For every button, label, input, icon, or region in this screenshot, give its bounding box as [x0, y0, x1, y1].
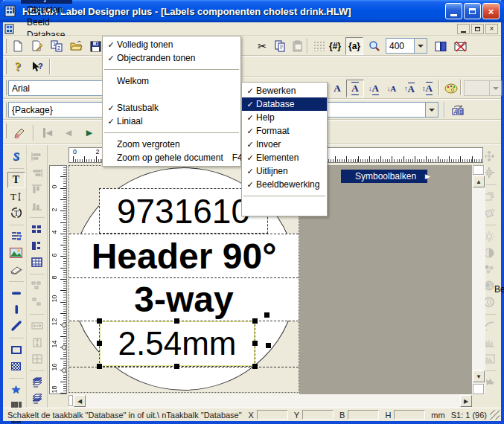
align-top-icon [31, 184, 42, 194]
circular-text-tool[interactable]: T [7, 205, 25, 221]
scroll-right-button[interactable]: ▶ [460, 395, 472, 407]
menu-item[interactable] [104, 65, 239, 70]
submenu-item[interactable]: ✓ Uitlijnen [242, 164, 327, 178]
open-button[interactable] [67, 37, 85, 55]
help-button[interactable]: ? [9, 58, 27, 76]
edit-record-button[interactable] [10, 123, 28, 141]
text-tool[interactable]: T [7, 172, 25, 188]
cut-button[interactable]: ✂ [253, 37, 271, 55]
dropdown-button[interactable] [414, 39, 427, 53]
selection-handle[interactable] [174, 364, 179, 369]
menu-item[interactable]: Welkom [103, 74, 240, 88]
toolbar-grip[interactable] [4, 103, 7, 118]
insert-text-field-button[interactable]: {a} [345, 37, 363, 55]
scrollbar-split-box[interactable] [473, 165, 484, 175]
filled-rectangle-tool[interactable] [7, 358, 25, 374]
mdi-close-button[interactable]: × [485, 24, 498, 34]
mdi-restore-button[interactable] [471, 24, 484, 34]
copy-button[interactable] [271, 37, 289, 55]
text-fit-height-button[interactable]: ↕A [418, 80, 436, 97]
close-button[interactable]: × [482, 3, 500, 19]
text-shrink-button[interactable]: ↓A [365, 80, 383, 97]
toolbar-grip[interactable] [4, 123, 7, 138]
rotate-text-ab-button[interactable]: AB [449, 100, 467, 118]
distribute-vertical-button[interactable] [28, 237, 46, 254]
selection-handle[interactable] [97, 364, 102, 369]
send-to-back-button[interactable] [28, 391, 46, 407]
submenu-item[interactable]: ✓ Beeldbewerking [242, 178, 327, 191]
remove-field-button[interactable] [451, 37, 469, 55]
record-next-button[interactable]: ▶ [80, 123, 98, 141]
eraser-tool[interactable] [7, 261, 25, 277]
vertical-line-tool[interactable] [7, 301, 25, 318]
text-grow-button[interactable]: ↑A [401, 80, 418, 97]
diagonal-line-tool[interactable] [7, 318, 25, 334]
label-text-header[interactable]: Header 90° [69, 236, 299, 276]
menu-item[interactable]: Objecten [21, 4, 72, 16]
zoom-level-combobox[interactable]: 400 [386, 38, 427, 54]
scroll-left-button[interactable]: ◀ [74, 395, 86, 407]
color-palette-button[interactable] [442, 80, 460, 97]
submenu-item[interactable]: ✓ Invoer [242, 138, 327, 151]
insert-number-field-button[interactable]: {#} [326, 37, 344, 55]
submenu-item[interactable]: ✓ Elementen [242, 151, 327, 164]
text-shrink-step-button[interactable]: ↓A [383, 80, 401, 97]
new-document-button[interactable] [9, 37, 27, 55]
text-valign-center-button[interactable]: A [346, 80, 364, 97]
menu-item[interactable] [104, 128, 239, 133]
scroll-down-button[interactable]: ▼ [473, 370, 485, 382]
zoom-button[interactable] [366, 37, 383, 55]
selection-handle[interactable] [264, 312, 269, 318]
rectangle-tool[interactable] [7, 341, 25, 358]
selection-s-tool[interactable]: S [7, 148, 25, 164]
selection-handle[interactable] [252, 364, 258, 369]
selection-handle[interactable] [266, 343, 271, 348]
selection-handle[interactable] [97, 318, 102, 324]
menu-item[interactable]: ✓ Liniaal [103, 115, 240, 128]
toolbar-grip[interactable] [4, 39, 7, 54]
menu-item[interactable]: Symboolbalken ▶ [341, 170, 427, 183]
dropdown-button[interactable] [425, 103, 438, 117]
selection-handle[interactable] [252, 341, 258, 346]
distribute-cells-button[interactable] [28, 221, 46, 237]
minimize-button[interactable] [445, 3, 462, 19]
submenu-item[interactable]: ✓ Formaat [242, 124, 327, 138]
copy-pages-button[interactable]: 12 [48, 37, 66, 55]
diagonal-line-icon [10, 320, 22, 332]
new-wizard-button[interactable] [28, 37, 46, 55]
menu-item[interactable]: ✓ Statusbalk [103, 101, 240, 115]
star-tool[interactable]: ★ [7, 382, 25, 398]
scroll-up-button[interactable]: ▲ [473, 176, 485, 187]
columns-view-button[interactable] [432, 37, 450, 55]
image-tool[interactable] [7, 245, 25, 261]
horizontal-line-tool[interactable] [7, 285, 25, 301]
menu-item[interactable]: ✓ Objectranden tonen [103, 51, 240, 65]
context-help-button[interactable]: ? [28, 58, 46, 76]
resize-grip[interactable] [490, 410, 500, 420]
submenu-item[interactable]: Bekijken ▶ [480, 283, 504, 296]
table-grid-button[interactable] [28, 254, 46, 270]
submenu-item[interactable]: ✓ Bewerken [242, 84, 327, 97]
text-format-plain-button[interactable]: A [328, 80, 346, 97]
scrollbar-split-box[interactable] [68, 395, 73, 406]
selection-handle[interactable] [97, 341, 102, 346]
menu-item[interactable]: ✓ Volledig tonen [103, 38, 240, 51]
horizontal-scrollbar[interactable]: ◀ ▶ [68, 394, 472, 408]
menu-item[interactable]: Zoom vergroten [103, 138, 240, 151]
submenu-item[interactable] [243, 191, 325, 196]
mdi-minimize-button[interactable] [457, 24, 470, 34]
submenu-item[interactable]: ✓ Database [242, 97, 327, 111]
vertical-scrollbar[interactable]: ▲ ▼ [472, 165, 485, 394]
toolbar-grip[interactable] [4, 80, 7, 95]
selection-handle[interactable] [252, 318, 258, 324]
menu-item[interactable]: Beeld [21, 16, 72, 29]
submenu-item[interactable]: ✓ Help [242, 111, 327, 124]
bring-to-front-button[interactable] [28, 374, 46, 391]
field-list-tool[interactable] [7, 228, 25, 245]
text-cursor-tool[interactable]: T [7, 188, 25, 205]
label-text-bottom-selected[interactable]: 2.54mm [99, 321, 255, 367]
maximize-button[interactable] [464, 3, 481, 19]
menu-item[interactable]: Zoom op gehele document F4 [103, 151, 240, 164]
selection-handle[interactable] [174, 318, 179, 324]
toolbar-grip[interactable] [4, 60, 7, 74]
